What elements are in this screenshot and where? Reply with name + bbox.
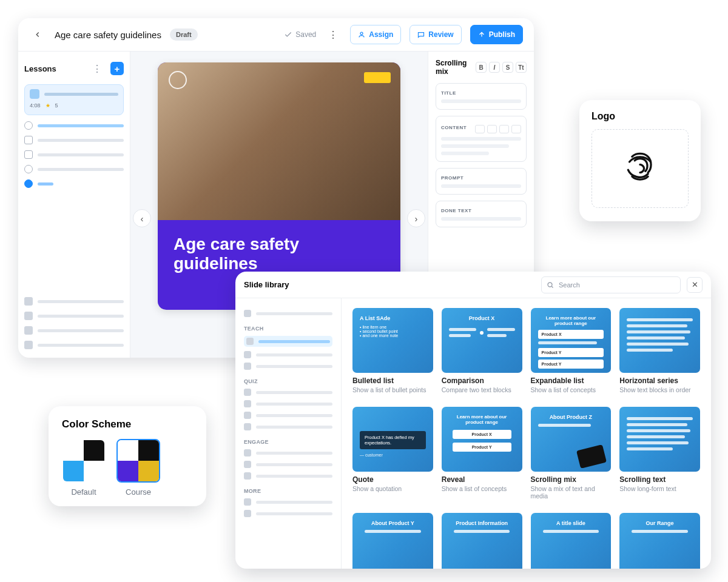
slide-template-thumb[interactable]: Product X xyxy=(442,308,522,373)
sidebar-footer-item[interactable] xyxy=(24,326,124,335)
review-label: Review xyxy=(428,30,453,39)
lesson-card[interactable]: 4:08 ★ 5 xyxy=(24,84,124,115)
lessons-sidebar: Lessons ⋮ + 4:08 ★ 5 xyxy=(18,52,130,358)
lesson-count: 5 xyxy=(55,102,58,109)
back-button[interactable] xyxy=(29,26,46,43)
palette-icon xyxy=(24,326,33,335)
slide-tag xyxy=(364,72,391,83)
italic-button[interactable]: I xyxy=(489,62,500,73)
assign-label: Assign xyxy=(369,30,393,39)
library-filter-item[interactable] xyxy=(244,363,332,370)
color-scheme-option[interactable]: Default xyxy=(62,439,106,497)
title-field[interactable]: TITLE xyxy=(436,83,527,110)
library-filter-item[interactable] xyxy=(244,498,332,506)
slide-template-thumb[interactable]: Our Range xyxy=(619,513,700,569)
template-title: Horizontal series xyxy=(619,376,700,385)
tool-delete-icon[interactable] xyxy=(511,125,521,133)
sidebar-footer-item[interactable] xyxy=(24,297,124,306)
text-style-toolbar: B I S Tt xyxy=(476,62,527,73)
template-title: Expandable list xyxy=(531,376,612,385)
sidebar-footer-item[interactable] xyxy=(24,341,124,349)
slide-template-grid: A List SAde• line item one• second bulle… xyxy=(342,298,711,569)
slide-template-thumb[interactable]: Product Information xyxy=(442,513,522,569)
library-filter-item[interactable] xyxy=(244,423,332,430)
library-group-label: ENGAGE xyxy=(244,439,332,445)
slide-tree-item[interactable] xyxy=(24,165,124,173)
template-title: Bulleted list xyxy=(352,376,433,385)
tool-image-icon[interactable] xyxy=(487,125,497,133)
donetext-field[interactable]: DONE TEXT xyxy=(436,201,527,227)
slide-tree-item[interactable] xyxy=(24,136,124,144)
tool-heading-icon[interactable] xyxy=(475,125,485,133)
textsize-button[interactable]: Tt xyxy=(516,62,527,73)
template-subtitle: Show long-form text xyxy=(619,485,700,492)
template-title: Reveal xyxy=(442,475,522,484)
slide-template-thumb[interactable]: A title slide xyxy=(531,513,612,569)
next-slide-button[interactable]: › xyxy=(407,209,425,227)
library-filter-item[interactable] xyxy=(244,510,332,517)
logo-dropzone[interactable] xyxy=(592,129,689,208)
tool-media-icon[interactable] xyxy=(499,125,509,133)
library-filter-item[interactable] xyxy=(244,400,332,407)
slide-tree-item[interactable] xyxy=(24,121,124,130)
lesson-duration: 4:08 xyxy=(30,102,41,109)
color-scheme-label: Default xyxy=(62,487,106,497)
template-subtitle: Show a mix of text and media xyxy=(531,485,612,500)
slide-template-thumb[interactable]: Learn more about our product rangeProduc… xyxy=(442,407,522,472)
brand-mark-icon xyxy=(169,71,187,89)
prompt-field[interactable]: PROMPT xyxy=(436,168,527,195)
editor-header: Age care safety guidelines Draft Saved ⋮… xyxy=(18,18,534,52)
title-field-label: TITLE xyxy=(441,90,456,96)
publish-button[interactable]: Publish xyxy=(470,25,523,44)
template-title: Scrolling mix xyxy=(531,475,612,484)
slide-library-window: Slide library Search ✕ TEACHQUIZENGAGEMO… xyxy=(235,272,711,569)
chat-icon xyxy=(417,31,425,38)
badge-icon xyxy=(24,312,33,320)
add-lesson-button[interactable]: + xyxy=(110,62,124,75)
slide-template-thumb[interactable]: Learn more about our product rangeProduc… xyxy=(531,308,612,373)
slide-library-sidebar: TEACHQUIZENGAGEMORE xyxy=(235,298,342,569)
library-group-label: QUIZ xyxy=(244,378,332,384)
sidebar-footer-item[interactable] xyxy=(24,312,124,320)
color-scheme-option[interactable]: Course xyxy=(116,439,160,497)
strike-button[interactable]: S xyxy=(502,62,513,73)
template-subtitle: Compare two text blocks xyxy=(442,386,522,393)
slide-template-thumb[interactable]: About Product Z xyxy=(531,407,612,472)
slide-template-thumb[interactable]: A List SAde• line item one• second bulle… xyxy=(352,308,433,373)
slide-tree xyxy=(24,121,124,188)
slide-template-thumb[interactable] xyxy=(619,308,700,373)
template-subtitle: Show text blocks in order xyxy=(619,386,700,393)
slide-template-thumb[interactable] xyxy=(619,407,700,472)
library-filter-item[interactable] xyxy=(244,472,332,480)
library-filter-item[interactable] xyxy=(244,449,332,457)
slide-template-thumb[interactable]: Product X has defied my expectations.— c… xyxy=(352,407,433,472)
content-field[interactable]: CONTENT xyxy=(436,116,527,162)
more-menu-button[interactable]: ⋮ xyxy=(325,26,342,43)
slide-title-text: Age care safety guidelines xyxy=(174,235,385,273)
book-icon xyxy=(24,297,33,306)
course-title[interactable]: Age care safety guidelines xyxy=(55,30,161,40)
library-filter-item[interactable] xyxy=(244,461,332,468)
logo-upload-card: Logo xyxy=(579,100,701,221)
status-badge: Draft xyxy=(170,28,198,41)
slide-tree-item[interactable] xyxy=(24,179,124,188)
lessons-menu-button[interactable]: ⋮ xyxy=(89,60,106,77)
settings-icon xyxy=(24,341,33,349)
saved-label: Saved xyxy=(295,30,316,39)
library-filter-item[interactable] xyxy=(244,389,332,396)
template-subtitle: Show a list of concepts xyxy=(531,386,612,393)
check-cloud-icon xyxy=(284,30,292,39)
library-filter-item[interactable] xyxy=(244,310,332,317)
template-title: Scrolling text xyxy=(619,475,700,484)
slide-template-thumb[interactable]: About Product Y xyxy=(352,513,433,569)
slide-tree-item[interactable] xyxy=(24,150,124,159)
review-button[interactable]: Review xyxy=(410,25,461,44)
bold-button[interactable]: B xyxy=(476,62,487,73)
library-filter-item[interactable] xyxy=(244,351,332,358)
close-library-button[interactable]: ✕ xyxy=(687,277,703,293)
slide-library-search[interactable]: Search xyxy=(541,276,681,293)
assign-button[interactable]: Assign xyxy=(350,25,401,44)
prev-slide-button[interactable]: ‹ xyxy=(133,209,151,227)
library-filter-item[interactable] xyxy=(244,336,332,347)
library-filter-item[interactable] xyxy=(244,412,332,419)
